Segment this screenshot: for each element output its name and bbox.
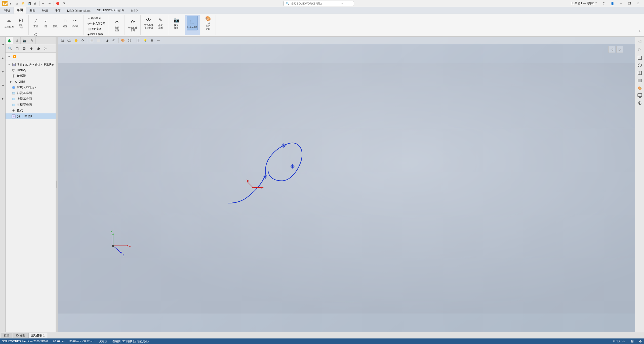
quick-access-arrow[interactable]: ▼ bbox=[9, 2, 12, 5]
tree-item-annotation[interactable]: ▶ A 注解 bbox=[6, 79, 56, 84]
scenes-btn[interactable] bbox=[127, 37, 133, 44]
tree-item-root[interactable]: ▼ 零件1 (默认<<默认>_显示状态 bbox=[6, 62, 56, 67]
sidebar-arrow-left[interactable]: ◁ bbox=[636, 38, 643, 45]
more-options-btn[interactable]: ▷ bbox=[42, 45, 48, 51]
scroll-to-btn[interactable]: ⊕ bbox=[28, 45, 34, 51]
tab-mbd-dim[interactable]: MBD Dimensions bbox=[64, 8, 94, 14]
display-btn[interactable] bbox=[636, 92, 643, 99]
undo-button[interactable]: ↩ bbox=[41, 1, 46, 6]
tab-sw-addins[interactable]: SOLIDWORKS 插件 bbox=[94, 7, 128, 14]
scene-bg-btn[interactable]: 🖥 bbox=[149, 37, 155, 44]
view-normal-btn[interactable] bbox=[636, 54, 643, 61]
tab-features[interactable]: 特征 bbox=[1, 7, 14, 14]
show-delete-btn[interactable]: 👁 显示/删除几何关系 bbox=[143, 16, 154, 30]
view-cube-btn[interactable]: ⬜ bbox=[95, 37, 101, 44]
display-toggle-btn[interactable]: ◑ bbox=[35, 45, 41, 51]
tab-sketch[interactable]: 草图 bbox=[14, 7, 26, 14]
fm-tab-property[interactable]: ⚙ bbox=[13, 37, 21, 44]
fm-tab-feature-tree[interactable]: 🌲 bbox=[6, 37, 13, 44]
dim-filter-btn[interactable]: A bbox=[1, 65, 5, 78]
canvas-area[interactable]: ✋ ⟳ ⬜ ◑ 👁 🎨 💡 🖥 ⋯ bbox=[58, 37, 635, 332]
options-button[interactable]: ⚙ bbox=[61, 1, 67, 6]
rebuild-button[interactable]: 🔴 bbox=[55, 1, 61, 6]
tab-evaluate[interactable]: 评估 bbox=[51, 7, 64, 14]
tree-item-right[interactable]: 右视基准面 bbox=[6, 102, 56, 108]
new-button[interactable]: ⌂ bbox=[14, 1, 20, 6]
collapse-btn[interactable]: ◫ bbox=[14, 45, 20, 51]
lighting-btn[interactable]: 💡 bbox=[142, 37, 148, 44]
view-selector-btn[interactable] bbox=[89, 37, 95, 44]
sketch-btn[interactable]: ✏ 草图制作 bbox=[4, 16, 15, 30]
offset-btn[interactable]: ⬜ 等距实体 bbox=[86, 26, 103, 31]
search-dropdown-icon[interactable]: ▼ bbox=[341, 2, 343, 5]
print-button[interactable]: 🖨 bbox=[32, 1, 38, 6]
tab-motion-study[interactable]: 运动算例 1 bbox=[28, 333, 47, 338]
view-3d-btn[interactable] bbox=[636, 62, 643, 69]
zoom-in-btn[interactable] bbox=[66, 37, 72, 44]
tab-3d-view[interactable]: 3D 视图 bbox=[13, 333, 28, 338]
rect-btn[interactable]: □ 矩形 bbox=[61, 16, 70, 29]
convert-entities-btn[interactable]: ⟳ 转换实体引用 bbox=[127, 16, 138, 34]
arrow-left-btn[interactable]: ◁ bbox=[608, 46, 615, 53]
convert-btn[interactable]: ⟳ 转换实体引用 bbox=[86, 21, 107, 26]
tree-item-origin[interactable]: 原点 bbox=[6, 108, 56, 113]
repair-btn[interactable]: ✎ 修复草图 bbox=[155, 16, 166, 30]
layer-btn[interactable] bbox=[636, 77, 643, 84]
color-btn[interactable]: 🎨 bbox=[636, 84, 643, 92]
arc-btn[interactable]: ⌒ 圆弧 bbox=[51, 16, 60, 29]
appearance-btn[interactable]: 🎨 bbox=[120, 37, 126, 44]
user-button[interactable]: 👤 bbox=[608, 1, 616, 6]
feature-filter-btn[interactable]: 🔍 bbox=[7, 45, 13, 51]
tab-surface[interactable]: 曲面 bbox=[26, 7, 39, 14]
section-btn[interactable] bbox=[636, 69, 643, 76]
search-input[interactable] bbox=[291, 2, 341, 5]
tree-item-material[interactable]: 材质 <未指定> bbox=[6, 84, 56, 90]
close-button[interactable]: ✕ bbox=[634, 1, 642, 6]
fm-tab-appearance[interactable]: ✎ bbox=[28, 37, 36, 44]
surface-offset-btn[interactable]: ◈ 曲面上偏移 bbox=[86, 32, 104, 37]
tab-model[interactable]: 模型 bbox=[1, 333, 12, 338]
hide-show-btn[interactable]: 👁 bbox=[111, 37, 117, 44]
view-more-btn[interactable]: ⋯ bbox=[156, 37, 162, 44]
rel-filter-btn[interactable]: A bbox=[1, 79, 5, 92]
minimize-button[interactable]: ─ bbox=[617, 1, 625, 6]
convert-icon: ⟳ bbox=[88, 22, 90, 25]
mirror-btn[interactable]: ↔ 镜向实体 bbox=[86, 16, 102, 21]
tree-item-sensor[interactable]: 传感器 bbox=[6, 73, 56, 79]
tree-item-top[interactable]: 上视基准面 bbox=[6, 96, 56, 102]
pan-btn[interactable]: ✋ bbox=[73, 37, 79, 44]
fm-tab-config[interactable]: 📷 bbox=[21, 37, 28, 44]
expand-all-btn[interactable]: ⊡ bbox=[21, 45, 27, 51]
feature-filter-toggle[interactable]: 🔽 bbox=[12, 54, 18, 60]
save-button[interactable]: 💾 bbox=[26, 1, 32, 6]
instant2d-btn[interactable]: ⬚ Instant2D bbox=[187, 16, 198, 30]
sidebar-arrow-right[interactable]: ▷ bbox=[636, 45, 643, 52]
tree-item-3dsketch[interactable]: 3D (-) 3D草图1 bbox=[6, 113, 56, 119]
smart-dimension-btn[interactable]: ◰ 智能尺寸 bbox=[15, 16, 26, 30]
ribbon-expand-btn[interactable]: ▷ bbox=[637, 28, 642, 33]
color-sketch-btn[interactable]: 🎨 上色草图轮廓 bbox=[203, 16, 214, 30]
tab-mbd[interactable]: MBD bbox=[128, 8, 141, 14]
arrow-right-btn[interactable]: ▷ bbox=[616, 46, 623, 53]
resize-handle[interactable] bbox=[56, 37, 58, 332]
display-style-btn[interactable]: ◑ bbox=[104, 37, 110, 44]
section-view-btn[interactable] bbox=[135, 37, 141, 44]
search-filter-btn[interactable]: A bbox=[1, 93, 5, 105]
motion-btn[interactable] bbox=[636, 100, 643, 107]
tree-item-front[interactable]: 前视基准面 bbox=[6, 90, 56, 96]
tree-item-history[interactable]: History bbox=[6, 67, 56, 73]
rotate-btn[interactable]: ⟳ bbox=[80, 37, 86, 44]
sketch-filter-btn[interactable]: A bbox=[1, 38, 5, 51]
view-filter-btn[interactable]: A bbox=[1, 52, 5, 64]
zoom-to-fit-btn[interactable] bbox=[59, 37, 65, 44]
redo-button[interactable]: ↪ bbox=[47, 1, 52, 6]
spline-btn[interactable]: 〜 样条线 bbox=[70, 16, 79, 29]
open-button[interactable]: 📂 bbox=[20, 1, 26, 6]
trim-btn[interactable]: ✂ 剪裁实体 bbox=[111, 16, 123, 34]
line-btn[interactable]: ╱ 直线 bbox=[31, 16, 40, 29]
help-button[interactable]: ? bbox=[600, 1, 608, 6]
tab-markup[interactable]: 标注 bbox=[39, 7, 51, 14]
restore-button[interactable]: ❐ bbox=[625, 1, 633, 6]
circle-btn[interactable]: ○ 圆 bbox=[41, 16, 50, 29]
quick-capture-btn[interactable]: 📷 快速捕捉 bbox=[171, 16, 182, 30]
